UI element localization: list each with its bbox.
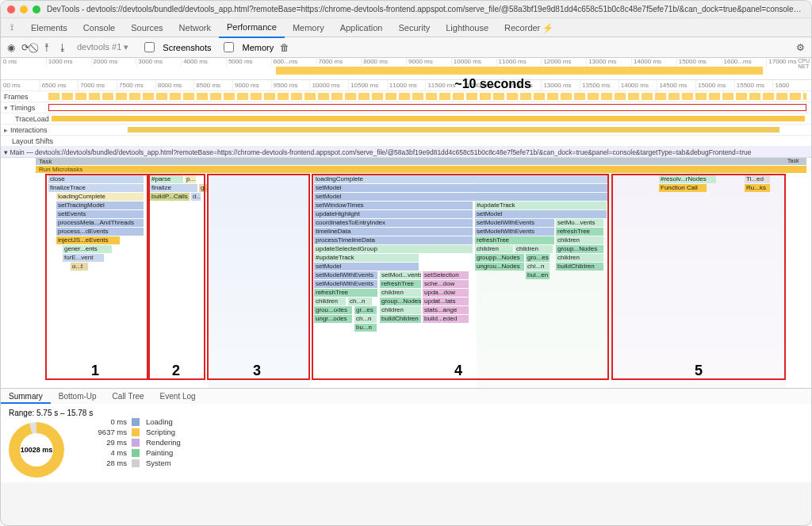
window-title: DevTools - devtools://devtools/bundled/d… (47, 5, 805, 13)
tab-recorder[interactable]: Recorder ⚡ (496, 18, 561, 37)
tab-elements[interactable]: Elements (23, 18, 75, 37)
tab-application[interactable]: Application (332, 18, 391, 37)
tab-console[interactable]: Console (75, 18, 123, 37)
titlebar: DevTools - devtools://devtools/bundled/d… (1, 1, 811, 18)
tab-eventlog[interactable]: Event Log (152, 389, 204, 404)
tab-calltree[interactable]: Call Tree (105, 389, 152, 404)
overview-ruler: 0 ms1000 ms2000 ms3000 ms 4000 ms5000 ms… (1, 58, 811, 66)
tab-sources[interactable]: Sources (123, 18, 170, 37)
perf-toolbar: ◉ ⟳ ⃠ ⭱ ⭳ devtools #1 ▾ Screenshots Memo… (1, 37, 811, 58)
upload-icon[interactable]: ⭱ (42, 42, 52, 53)
gear-icon[interactable]: ⚙ (796, 42, 805, 53)
phase-1-label: 1 (91, 363, 99, 379)
minimize-icon[interactable] (20, 6, 28, 13)
session-select[interactable]: devtools #1 ▾ (74, 42, 132, 52)
timeline-ruler[interactable]: 00 ms6500 ms7000 ms7500 ms 8000 ms8500 m… (1, 80, 811, 91)
phase-5-label: 5 (695, 363, 703, 379)
phase-2-box (148, 174, 205, 380)
overview-labels: CPUNET (798, 58, 810, 69)
screenshots-label: Screenshots (163, 43, 211, 52)
overview-strip[interactable]: 0 ms1000 ms2000 ms3000 ms 4000 ms5000 ms… (1, 58, 811, 80)
memory-label: Memory (242, 43, 274, 52)
cpu-band (276, 67, 762, 75)
phase-5-box (611, 174, 786, 380)
download-icon[interactable]: ⭳ (58, 42, 67, 53)
tab-memory[interactable]: Memory (285, 18, 332, 37)
phase-2-label: 2 (172, 363, 180, 379)
tab-network[interactable]: Network (171, 18, 219, 37)
trash-icon[interactable]: 🗑 (280, 42, 289, 53)
tab-bottomup[interactable]: Bottom-Up (51, 389, 105, 404)
phase-1-box (45, 174, 148, 380)
timings-track[interactable]: ▾Timings (1, 102, 811, 113)
summary-legend: 0 msLoading 9637 msScripting 29 msRender… (83, 417, 181, 467)
frames-track[interactable]: Frames (1, 91, 811, 102)
details-tabs: Summary Bottom-Up Call Tree Event Log (1, 388, 811, 404)
task-bar-2: Task (787, 158, 806, 165)
summary-panel: Range: 5.75 s – 15.78 s 10028 ms 0 msLoa… (1, 404, 811, 482)
inspect-icon[interactable]: ⟟ (1, 22, 23, 33)
phase-3-box (207, 174, 310, 380)
annotation-10s: ~10 seconds (454, 77, 531, 91)
main-thread-header[interactable]: ▾ Main — devtools://devtools/bundled/dev… (1, 147, 811, 158)
traceload-track[interactable]: TraceLoad (1, 113, 811, 125)
flame-chart[interactable]: Task Task Run Microtasks close finalizeT… (1, 158, 811, 388)
record-icon[interactable]: ◉ (7, 42, 15, 53)
task-bar: Task (36, 158, 806, 165)
close-icon[interactable] (7, 6, 15, 13)
phase-4-label: 4 (454, 363, 462, 379)
screenshots-checkbox[interactable] (144, 42, 155, 52)
interactions-track[interactable]: ▸Interactions (1, 125, 811, 136)
traceload-bar (52, 116, 805, 121)
range-label: Range: 5.75 s – 15.78 s (9, 409, 803, 417)
timings-outline (48, 104, 806, 111)
tab-security[interactable]: Security (390, 18, 438, 37)
reload-icon[interactable]: ⟳ (21, 42, 29, 53)
run-microtasks-bar: Run Microtasks (36, 166, 806, 173)
phase-3-label: 3 (253, 363, 261, 379)
phase-4-box (312, 174, 609, 380)
layoutshifts-track[interactable]: Layout Shifts (1, 136, 811, 147)
summary-total: 10028 ms (9, 422, 64, 478)
panel-tabs: ⟟ Elements Console Sources Network Perfo… (1, 18, 811, 37)
tab-summary[interactable]: Summary (1, 389, 51, 404)
memory-checkbox[interactable] (224, 42, 234, 52)
summary-donut: 10028 ms (9, 422, 64, 478)
tab-performance[interactable]: Performance (219, 17, 285, 38)
tab-lighthouse[interactable]: Lighthouse (438, 18, 496, 37)
window-controls (7, 6, 40, 13)
maximize-icon[interactable] (33, 6, 40, 13)
